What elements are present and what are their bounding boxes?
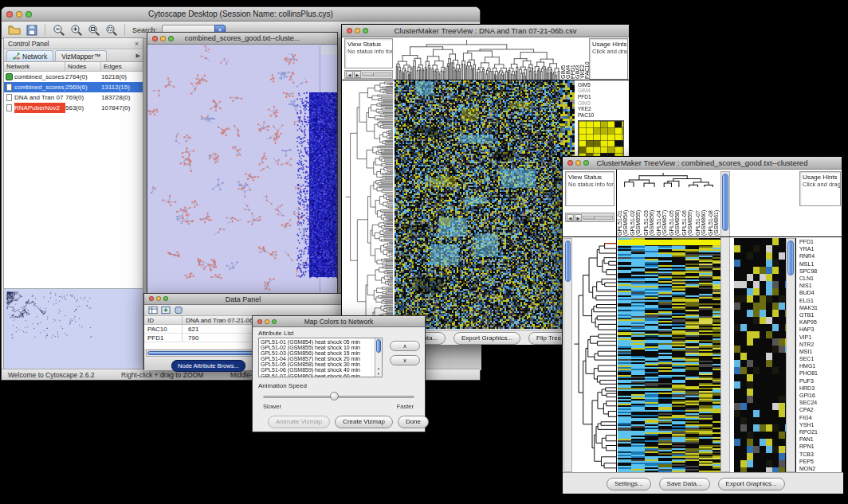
gene-label[interactable]: PUF3 — [796, 377, 842, 385]
scroll-up-icon[interactable]: ▲ — [375, 366, 382, 370]
gene-label[interactable]: PFD1 — [575, 94, 628, 100]
attribute-listbox[interactable]: GPL51-01 (GSM854) heat shock 05 minGPL51… — [258, 338, 383, 377]
gene-label[interactable]: FIG4 — [796, 414, 842, 421]
scroll-thumb[interactable] — [363, 73, 374, 76]
treeview-dna-title-bar[interactable]: ClusterMaker TreeView : DNA and Tran 07-… — [342, 25, 629, 37]
scroll-track[interactable] — [362, 72, 391, 76]
minimize-button[interactable] — [575, 160, 581, 166]
dialog-button[interactable]: Create Vizmap — [335, 416, 393, 428]
zoom-button[interactable] — [163, 296, 168, 301]
tab-overflow-icon[interactable]: ▶ — [136, 50, 140, 61]
main-title-bar[interactable]: Cytoscape Desktop (Session Name: collins… — [2, 7, 480, 21]
gene-label[interactable]: CLN1 — [796, 275, 842, 282]
column-nodes[interactable]: Nodes — [65, 62, 101, 71]
treeview-button[interactable]: Settings... — [607, 478, 651, 490]
gene-label[interactable]: NIS1 — [796, 282, 842, 289]
treeview-button[interactable]: Export Graphics... — [718, 478, 785, 490]
dialog-title-bar[interactable]: Map Colors to Network — [253, 316, 425, 327]
zoom-out-icon[interactable] — [51, 23, 66, 37]
gene-label[interactable]: ELG1 — [796, 297, 842, 304]
animation-speed-slider[interactable] — [263, 392, 414, 401]
horizontal-scrollbar-thumb[interactable] — [147, 351, 265, 355]
list-scrollbar[interactable]: ▲ ▼ — [375, 338, 382, 377]
gene-label[interactable]: GTB1 — [796, 311, 842, 318]
vertical-scrollbar[interactable] — [720, 171, 730, 472]
gene-label[interactable]: YRA1 — [796, 245, 842, 252]
zoom-button[interactable] — [168, 36, 174, 41]
attribute-item[interactable]: GPL51-04 (GSM857) heat shock 20 min — [259, 356, 382, 361]
attribute-item[interactable]: GPL51-06 (GSM859) heat shock 40 min — [259, 367, 382, 373]
gene-label[interactable]: CPA2 — [796, 406, 842, 413]
scroll-down-icon[interactable]: ▼ — [375, 372, 382, 376]
column-dendrogram[interactable] — [395, 38, 560, 80]
select-attributes-icon[interactable] — [148, 306, 158, 315]
attribute-item[interactable]: GPL51-03 (GSM856) heat shock 15 min — [259, 350, 382, 356]
dialog-button[interactable]: Done — [398, 416, 429, 428]
attribute-item[interactable]: GPL51-05 (GSM858) heat shock 30 min — [259, 361, 382, 367]
attribute-matrix-icon[interactable] — [174, 306, 183, 315]
gene-label[interactable]: GIM5 — [575, 82, 628, 88]
left-vertical-scrollbar[interactable] — [563, 238, 572, 472]
minimize-button[interactable] — [265, 319, 269, 324]
selected-genes-heatmap[interactable] — [734, 238, 786, 472]
gene-label[interactable]: PAC10 — [575, 112, 628, 119]
close-button[interactable] — [567, 160, 573, 166]
create-attribute-icon[interactable] — [161, 306, 171, 315]
zoom-button[interactable] — [26, 11, 32, 18]
gene-label[interactable]: PFD1 — [796, 238, 842, 245]
gene-label[interactable]: PEP5 — [796, 458, 842, 465]
zoom-button[interactable] — [272, 319, 277, 324]
scroll-right-icon[interactable]: ▶ — [354, 71, 361, 78]
network-view-title-bar[interactable]: combined_scores_good.txt--cluste... — [147, 33, 337, 45]
gene-label[interactable]: HRD3 — [796, 385, 842, 392]
tab-network[interactable]: Network — [6, 50, 53, 61]
gene-label[interactable]: GPI16 — [796, 392, 842, 399]
vertical-scrollbar-thumb[interactable] — [787, 240, 794, 275]
scroll-left-icon[interactable]: ◀ — [567, 214, 574, 221]
column-id[interactable]: ID — [144, 316, 183, 324]
scroll-track[interactable] — [583, 216, 613, 220]
gene-label[interactable]: MSI1 — [796, 348, 842, 355]
close-button[interactable] — [152, 36, 158, 41]
column-dendrogram[interactable] — [617, 171, 720, 187]
zoom-scrollbar[interactable]: ◀ ▶ — [565, 213, 614, 222]
network-list-row[interactable]: DNA and Tran 07769(0)183728(0) — [4, 92, 143, 103]
gene-label[interactable]: RPO21 — [796, 428, 842, 436]
slider-thumb[interactable] — [330, 392, 339, 400]
zoom-button[interactable] — [363, 28, 368, 33]
attribute-item[interactable]: GPL51-02 (GSM855) heat shock 10 min — [259, 345, 382, 350]
tab-vizmapper[interactable]: VizMapper™ — [55, 50, 107, 61]
zoom-in-icon[interactable] — [69, 23, 84, 37]
gene-label[interactable]: NTR2 — [796, 341, 842, 348]
gene-label[interactable]: PHO81 — [796, 369, 842, 377]
gene-label[interactable]: TCB3 — [796, 450, 842, 457]
gene-label[interactable]: HMG1 — [796, 362, 842, 369]
row-dendrogram[interactable] — [344, 80, 393, 329]
treeview-button[interactable]: Export Graphics... — [453, 332, 520, 345]
network-list-row[interactable]: combined_scores_good2569(6)13112(15) — [4, 82, 143, 92]
gene-label[interactable]: VIP1 — [796, 333, 842, 340]
network-list-row[interactable]: RNAPuberNov2563(0)107847(0) — [4, 103, 143, 113]
scroll-right-icon[interactable]: ▶ — [575, 214, 582, 221]
attribute-item[interactable]: GPL51-01 (GSM854) heat shock 05 min — [259, 339, 382, 345]
zoom-scrollbar[interactable]: ◀ ▶ — [344, 70, 393, 79]
minimize-button[interactable] — [355, 28, 360, 33]
close-panel-icon[interactable]: × — [135, 38, 139, 49]
scroll-left-icon[interactable]: ◀ — [346, 71, 353, 78]
network-list-row[interactable]: combined_scores2764(0)16218(0) — [4, 72, 143, 82]
slider-track[interactable] — [263, 396, 414, 398]
gene-label[interactable]: YSH1 — [796, 421, 842, 428]
close-button[interactable] — [347, 28, 352, 33]
column-edges[interactable]: Edges — [101, 62, 143, 71]
gene-label[interactable]: SEC1 — [796, 355, 842, 362]
gene-label[interactable]: MAK31 — [796, 304, 842, 311]
close-button[interactable] — [149, 296, 154, 301]
gene-label[interactable]: MSL1 — [796, 260, 842, 268]
gene-label[interactable]: HAP3 — [796, 326, 842, 333]
treeview-button[interactable]: Save Data... — [659, 478, 710, 490]
move-down-button[interactable]: ∨ — [390, 355, 420, 365]
open-session-icon[interactable] — [6, 23, 22, 37]
expression-heatmap[interactable] — [618, 238, 720, 472]
scroll-thumb[interactable] — [584, 217, 595, 219]
network-graph-canvas[interactable] — [147, 45, 337, 294]
